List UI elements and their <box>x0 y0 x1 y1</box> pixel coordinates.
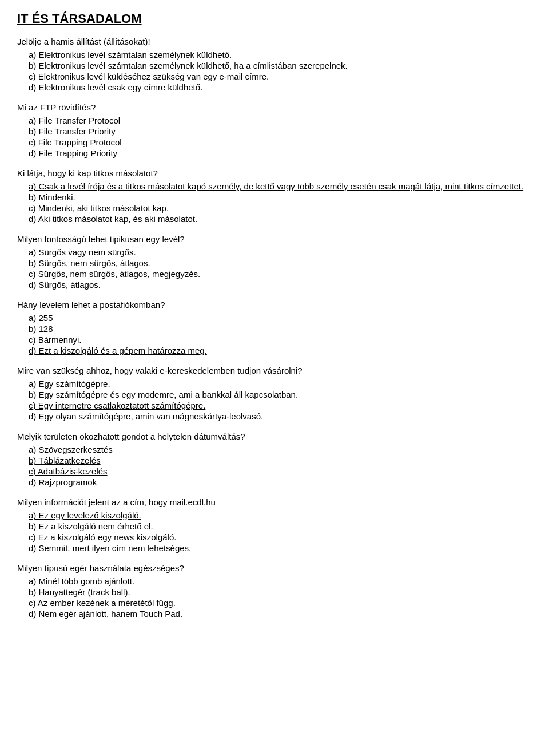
answer-option-q8-3: d) Nem egér ajánlott, hanem Touch Pad. <box>29 609 532 619</box>
question-text-intro: Jelölje a hamis állítást (állításokat)! <box>17 37 532 46</box>
question-text-q2: Ki látja, hogy ki kap titkos másolatot? <box>17 168 532 178</box>
question-text-q8: Milyen típusú egér használata egészséges… <box>17 563 532 573</box>
answer-option-q8-1: b) Hanyattegér (track ball). <box>29 587 532 597</box>
answer-option-q4-0: a) 255 <box>29 313 532 323</box>
answer-option-q3-1: b) Sürgős, nem sürgős, átlagos. <box>29 258 532 268</box>
answer-option-q2-3: d) Aki titkos másolatot kap, és aki máso… <box>29 214 532 224</box>
page-title: IT ÉS TÁRSADALOM <box>17 11 532 26</box>
question-block-q7: Milyen információt jelent az a cím, hogy… <box>17 497 532 553</box>
question-text-q5: Mire van szükség ahhoz, hogy valaki e-ke… <box>17 366 532 375</box>
answer-option-q8-2: c) Az ember kezének a méretétől függ. <box>29 598 532 608</box>
question-text-q1: Mi az FTP rövidítés? <box>17 102 532 112</box>
question-block-q8: Milyen típusú egér használata egészséges… <box>17 563 532 619</box>
answer-option-q1-0: a) File Transfer Protocol <box>29 116 532 125</box>
answer-option-q3-0: a) Sürgős vagy nem sürgős. <box>29 247 532 257</box>
answer-option-q4-1: b) 128 <box>29 324 532 334</box>
answer-option-q6-2: c) Adatbázis-kezelés <box>29 466 532 476</box>
answer-option-intro-0: a) Elektronikus levél számtalan személyn… <box>29 50 532 60</box>
answer-option-q2-2: c) Mindenki, aki titkos másolatot kap. <box>29 203 532 213</box>
answer-option-q1-2: c) File Trapping Protocol <box>29 137 532 147</box>
answer-option-q6-3: d) Rajzprogramok <box>29 477 532 487</box>
answer-option-q8-0: a) Minél több gomb ajánlott. <box>29 576 532 586</box>
question-text-q3: Milyen fontosságú lehet tipikusan egy le… <box>17 234 532 244</box>
answer-option-q3-3: d) Sürgős, átlagos. <box>29 280 532 290</box>
answer-option-q4-2: c) Bármennyi. <box>29 335 532 345</box>
answer-option-intro-2: c) Elektronikus levél küldéséhez szükség… <box>29 72 532 81</box>
answer-option-q7-3: d) Semmit, mert ilyen cím nem lehetséges… <box>29 543 532 553</box>
answer-option-q6-0: a) Szövegszerkesztés <box>29 445 532 454</box>
answer-option-q4-3: d) Ezt a kiszolgáló és a gépem határozza… <box>29 346 532 355</box>
question-text-q7: Milyen információt jelent az a cím, hogy… <box>17 497 532 507</box>
question-block-intro: Jelölje a hamis állítást (állításokat)!a… <box>17 37 532 92</box>
question-block-q3: Milyen fontosságú lehet tipikusan egy le… <box>17 234 532 290</box>
answer-option-q7-1: b) Ez a kiszolgáló nem érhető el. <box>29 521 532 531</box>
question-block-q1: Mi az FTP rövidítés?a) File Transfer Pro… <box>17 102 532 158</box>
question-block-q2: Ki látja, hogy ki kap titkos másolatot?a… <box>17 168 532 224</box>
answer-option-q6-1: b) Táblázatkezelés <box>29 456 532 465</box>
answer-option-q5-3: d) Egy olyan számítógépre, amin van mágn… <box>29 411 532 421</box>
answer-option-q2-0: a) Csak a levél írója és a titkos másola… <box>29 181 532 191</box>
question-text-q6: Melyik területen okozhatott gondot a hel… <box>17 432 532 441</box>
answer-option-q5-0: a) Egy számítógépre. <box>29 379 532 389</box>
question-text-q4: Hány levelem lehet a postafiókomban? <box>17 300 532 310</box>
answer-option-intro-1: b) Elektronikus levél számtalan személyn… <box>29 61 532 70</box>
answer-option-q5-1: b) Egy számítógépre és egy modemre, ami … <box>29 390 532 399</box>
answer-option-q1-1: b) File Transfer Priority <box>29 126 532 136</box>
answer-option-q5-2: c) Egy internetre csatlakoztatott számít… <box>29 401 532 410</box>
answer-option-intro-3: d) Elektronikus levél csak egy címre kül… <box>29 82 532 92</box>
answer-option-q3-2: c) Sürgős, nem sürgős, átlagos, megjegyz… <box>29 269 532 279</box>
question-block-q4: Hány levelem lehet a postafiókomban?a) 2… <box>17 300 532 355</box>
answer-option-q7-2: c) Ez a kiszolgáló egy news kiszolgáló. <box>29 532 532 542</box>
question-block-q5: Mire van szükség ahhoz, hogy valaki e-ke… <box>17 366 532 421</box>
question-block-q6: Melyik területen okozhatott gondot a hel… <box>17 432 532 487</box>
answer-option-q2-1: b) Mindenki. <box>29 192 532 202</box>
answer-option-q7-0: a) Ez egy levelező kiszolgáló. <box>29 510 532 520</box>
answer-option-q1-3: d) File Trapping Priority <box>29 148 532 158</box>
